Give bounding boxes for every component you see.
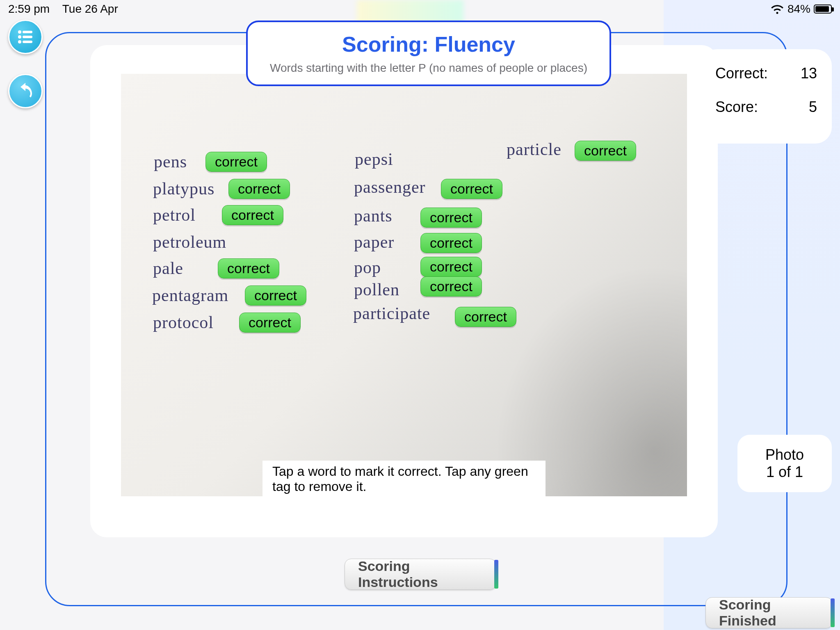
scoring-finished-button[interactable]: Scoring Finished [705, 597, 833, 628]
photo-tab-count: 1 of 1 [766, 463, 803, 481]
page-title: Scoring: Fluency [342, 32, 515, 57]
battery-percent: 84% [788, 2, 810, 16]
correct-tag[interactable]: correct [205, 152, 267, 172]
header-banner: Scoring: Fluency Words starting with the… [246, 21, 611, 86]
undo-button[interactable] [8, 74, 43, 108]
correct-tag[interactable]: correct [218, 258, 279, 278]
handwritten-word[interactable]: participate [353, 304, 430, 323]
battery-icon [814, 5, 832, 14]
scoring-instructions-button[interactable]: Scoring Instructions [345, 559, 496, 590]
svg-rect-5 [23, 41, 32, 43]
correct-tag[interactable]: correct [420, 257, 482, 277]
handwritten-word[interactable]: petroleum [153, 232, 226, 252]
handwritten-word[interactable]: protocol [153, 313, 214, 332]
status-time-text: 2:59 pm [8, 2, 50, 15]
correct-tag[interactable]: correct [441, 179, 502, 199]
correct-label: Correct: [715, 65, 768, 82]
status-bar: 2:59 pm Tue 26 Apr 84% [0, 0, 840, 18]
correct-tag[interactable]: correct [420, 233, 482, 253]
handwritten-word[interactable]: pop [354, 258, 381, 277]
svg-point-0 [18, 30, 21, 34]
handwritten-word[interactable]: pants [354, 206, 393, 226]
handwritten-word[interactable]: pepsi [355, 149, 393, 169]
scoring-finished-label: Scoring Finished [719, 597, 819, 629]
button-accent-stripe [831, 598, 835, 627]
photo-area: Tap a word to mark it correct. Tap any g… [90, 45, 718, 537]
scoring-instructions-label: Scoring Instructions [358, 558, 483, 590]
photo-canvas[interactable]: Tap a word to mark it correct. Tap any g… [121, 74, 687, 496]
page-subtitle: Words starting with the letter P (no nam… [270, 62, 587, 75]
correct-tag[interactable]: correct [245, 285, 306, 306]
correct-tag[interactable]: correct [575, 141, 636, 161]
wifi-icon [770, 4, 784, 14]
svg-rect-3 [23, 36, 32, 38]
handwritten-word[interactable]: particle [507, 139, 562, 159]
status-date-text: Tue 26 Apr [62, 2, 118, 15]
handwritten-word[interactable]: pentagram [152, 285, 228, 305]
svg-point-2 [18, 35, 21, 39]
handwritten-word[interactable]: passenger [354, 177, 426, 197]
correct-tag[interactable]: correct [228, 179, 290, 199]
handwritten-word[interactable]: platypus [153, 179, 215, 199]
hint-text: Tap a word to mark it correct. Tap any g… [262, 461, 546, 496]
svg-point-4 [18, 40, 21, 43]
correct-tag[interactable]: correct [222, 205, 283, 225]
score-value: 5 [809, 98, 817, 116]
correct-tag[interactable]: correct [239, 313, 301, 333]
correct-tag[interactable]: correct [455, 307, 516, 327]
score-panel: Correct: 13 Score: 5 [701, 49, 832, 144]
handwritten-word[interactable]: pale [153, 258, 183, 278]
handwritten-word[interactable]: pollen [354, 280, 399, 299]
list-icon [16, 27, 35, 47]
score-label: Score: [715, 98, 758, 116]
correct-tag[interactable]: correct [420, 208, 482, 228]
svg-rect-1 [23, 31, 32, 33]
button-accent-stripe [494, 560, 498, 589]
undo-icon [16, 81, 35, 101]
photo-tab[interactable]: Photo 1 of 1 [737, 435, 832, 492]
handwritten-word[interactable]: petrol [153, 205, 196, 225]
handwritten-word[interactable]: pens [154, 152, 187, 171]
correct-tag[interactable]: correct [420, 276, 482, 297]
photo-tab-title: Photo [765, 446, 804, 463]
correct-value: 13 [801, 65, 817, 82]
status-time: 2:59 pm Tue 26 Apr [8, 2, 118, 16]
menu-list-button[interactable] [8, 20, 43, 54]
handwritten-word[interactable]: paper [354, 232, 394, 252]
